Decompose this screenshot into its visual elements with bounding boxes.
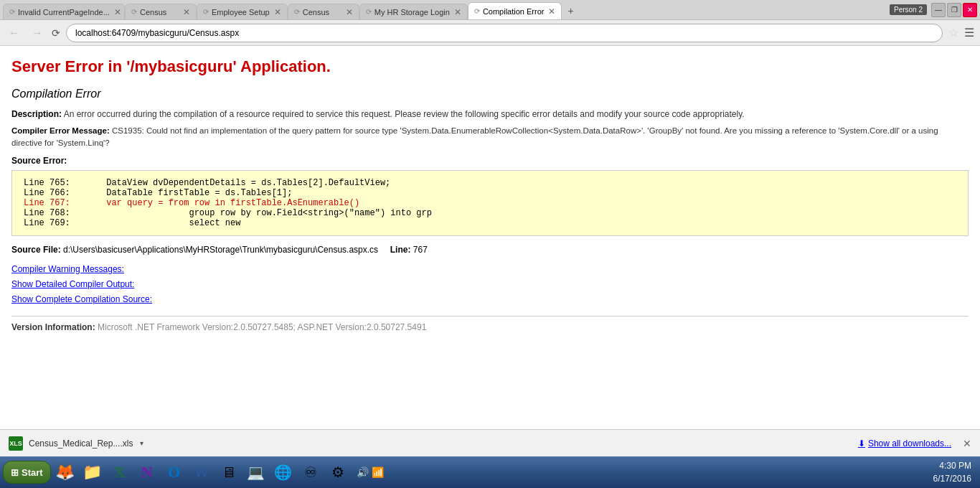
detailed-output-link[interactable]: Show Detailed Compiler Output: — [11, 279, 134, 289]
source-file-label: Source File: — [11, 245, 61, 255]
tab-close-btn[interactable]: ✕ — [270, 7, 281, 17]
download-filename: Census_Medical_Rep....xls — [29, 438, 133, 449]
url-input[interactable] — [66, 24, 943, 42]
tab-icon: ⟳ — [474, 7, 480, 15]
titlebar: ⟳ Invalid CurrentPageInde... ✕ ⟳ Census … — [0, 0, 980, 20]
taskbar-excel-icon[interactable]: X — [107, 460, 133, 484]
close-window-button[interactable]: ✕ — [963, 3, 977, 17]
network-icon[interactable]: 📶 — [372, 466, 384, 478]
download-bar: XLS Census_Medical_Rep....xls ▾ ⬇ Show a… — [0, 429, 980, 456]
compiler-warning-section: Compiler Warning Messages: — [11, 263, 969, 274]
tab-icon: ⟳ — [9, 8, 15, 16]
taskbar: ⊞ Start 🦊 📁 X N O W 🖥 💻 🌐 ♾ ⚙ 🔊 — [0, 456, 980, 488]
person-badge: Person 2 — [890, 4, 927, 15]
taskbar-settings-icon[interactable]: ⚙ — [325, 460, 351, 484]
server-error-title: Server Error in '/mybasicguru' Applicati… — [11, 57, 969, 76]
show-all-downloads-link[interactable]: ⬇ Show all downloads... — [858, 438, 951, 449]
tab-label: My HR Storage Login — [374, 8, 450, 17]
download-icon: ⬇ — [858, 438, 865, 449]
window-controls: Person 2 — ❐ ✕ — [887, 0, 980, 19]
tab-close-btn[interactable]: ✕ — [341, 7, 353, 17]
taskbar-monitor-icon[interactable]: 💻 — [243, 460, 269, 484]
tab-census1[interactable]: ⟳ Census ✕ — [125, 4, 197, 19]
source-line-number: 767 — [413, 245, 428, 255]
tab-hr-storage[interactable]: ⟳ My HR Storage Login ✕ — [359, 4, 468, 19]
source-file-block: Source File: d:\Users\basicuser\Applicat… — [11, 245, 969, 255]
compilation-error-heading: Compilation Error — [11, 88, 969, 100]
tab-icon: ⟳ — [131, 8, 137, 16]
clock-date: 6/17/2016 — [933, 472, 971, 485]
windows-logo-icon: ⊞ — [11, 467, 19, 478]
tab-icon: ⟳ — [203, 8, 209, 16]
complete-source-link[interactable]: Show Complete Compilation Source: — [11, 294, 152, 304]
taskbar-app-icon[interactable]: ♾ — [298, 460, 324, 484]
forward-button[interactable]: → — [29, 25, 46, 41]
taskbar-remote-icon[interactable]: 🖥 — [216, 460, 242, 484]
restore-button[interactable]: ❐ — [947, 3, 961, 17]
source-line-label: Line: — [390, 245, 411, 255]
address-bar: ← → ⟳ ☆ ☰ — [0, 20, 980, 46]
tab-label: Employee Setup — [212, 8, 270, 17]
menu-button[interactable]: ☰ — [964, 26, 974, 39]
taskbar-clock: 4:30 PM 6/17/2016 — [933, 459, 977, 485]
version-block: Version Information: Microsoft .NET Fram… — [11, 322, 969, 332]
taskbar-firefox-icon[interactable]: 🦊 — [52, 460, 78, 484]
tab-compilation-error[interactable]: ⟳ Compilation Error ✕ — [468, 2, 562, 19]
tab-close-btn[interactable]: ✕ — [110, 7, 121, 17]
taskbar-word-icon[interactable]: W — [189, 460, 215, 484]
download-bar-close-button[interactable]: ✕ — [963, 438, 971, 449]
tab-census2[interactable]: ⟳ Census ✕ — [288, 4, 359, 19]
compiler-error-block: Compiler Error Message: CS1935: Could no… — [11, 125, 969, 150]
taskbar-outlook-icon[interactable]: O — [161, 460, 187, 484]
description-block: Description: An error occurred during th… — [11, 109, 969, 119]
page-content: Server Error in '/mybasicguru' Applicati… — [0, 46, 980, 429]
taskbar-explorer-icon[interactable]: 📁 — [80, 460, 105, 484]
compiler-error-label: Compiler Error Message: — [11, 126, 110, 135]
tab-label: Invalid CurrentPageInde... — [18, 8, 110, 17]
source-file-path: d:\Users\basicuser\Applications\MyHRStor… — [63, 245, 378, 255]
tabs-area: ⟳ Invalid CurrentPageInde... ✕ ⟳ Census … — [0, 0, 887, 19]
complete-source-section: Show Complete Compilation Source: — [11, 294, 969, 304]
download-file-icon: XLS — [9, 436, 23, 451]
taskbar-onenote-icon[interactable]: N — [134, 460, 160, 484]
description-text: An error occurred during the compilation… — [64, 109, 745, 119]
minimize-button[interactable]: — — [931, 3, 946, 17]
version-label: Version Information: — [11, 322, 95, 332]
tab-icon: ⟳ — [366, 8, 372, 16]
source-error-label: Source Error: — [11, 156, 969, 166]
bookmark-button[interactable]: ☆ — [948, 26, 958, 39]
tab-icon: ⟳ — [294, 8, 300, 16]
start-button[interactable]: ⊞ Start — [3, 461, 51, 484]
back-button[interactable]: ← — [6, 25, 23, 41]
clock-time: 4:30 PM — [933, 459, 971, 472]
detailed-output-section: Show Detailed Compiler Output: — [11, 278, 969, 289]
version-text: Microsoft .NET Framework Version:2.0.507… — [98, 322, 426, 332]
tab-label: Census — [303, 8, 329, 17]
compiler-warning-link[interactable]: Compiler Warning Messages: — [11, 264, 124, 274]
tab-employee-setup[interactable]: ⟳ Employee Setup ✕ — [197, 4, 288, 19]
system-tray: 🔊 📶 — [352, 466, 388, 478]
tab-close-btn[interactable]: ✕ — [450, 7, 461, 17]
divider — [11, 316, 969, 316]
tab-close-btn[interactable]: ✕ — [179, 7, 190, 17]
download-chevron-icon[interactable]: ▾ — [140, 439, 143, 447]
refresh-button[interactable]: ⟳ — [52, 27, 60, 39]
code-block: Line 765: DataView dvDependentDetails = … — [11, 170, 969, 236]
taskbar-chrome-icon[interactable]: 🌐 — [270, 460, 296, 484]
new-tab-button[interactable]: + — [562, 2, 579, 19]
compiler-error-text: CS1935: Could not find an implementation… — [11, 126, 938, 147]
description-label: Description: — [11, 109, 62, 119]
tab-label: Census — [140, 8, 166, 17]
tab-close-btn[interactable]: ✕ — [544, 6, 555, 17]
tab-label: Compilation Error — [483, 7, 545, 16]
tab-invalid[interactable]: ⟳ Invalid CurrentPageInde... ✕ — [3, 4, 125, 19]
volume-icon[interactable]: 🔊 — [357, 466, 369, 478]
